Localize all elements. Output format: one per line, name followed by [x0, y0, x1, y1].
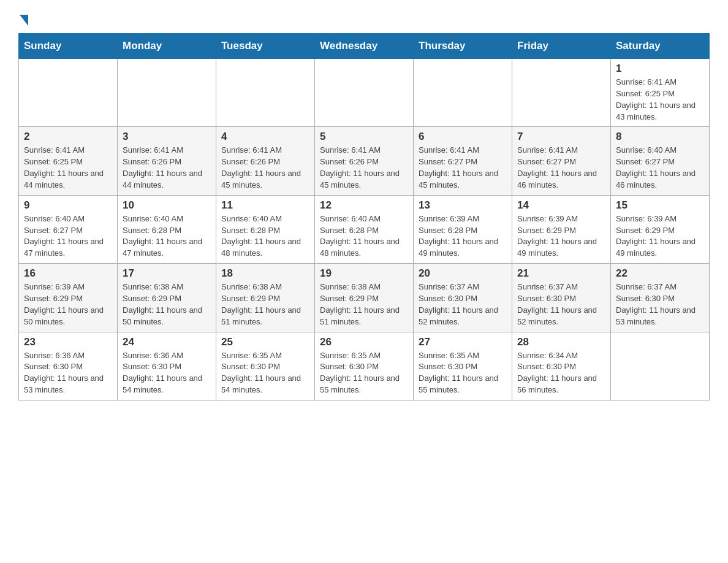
- day-info: Sunrise: 6:38 AMSunset: 6:29 PMDaylight:…: [221, 282, 309, 327]
- calendar-cell: 24Sunrise: 6:36 AMSunset: 6:30 PMDayligh…: [118, 332, 216, 400]
- calendar-cell: 7Sunrise: 6:41 AMSunset: 6:27 PMDaylight…: [512, 127, 611, 195]
- day-number: 15: [616, 199, 704, 212]
- calendar-cell: [611, 332, 710, 400]
- day-number: 8: [616, 131, 704, 143]
- day-info: Sunrise: 6:41 AMSunset: 6:27 PMDaylight:…: [419, 145, 507, 191]
- calendar-cell: [512, 59, 611, 127]
- calendar-cell: [19, 59, 118, 127]
- calendar-cell: 10Sunrise: 6:40 AMSunset: 6:28 PMDayligh…: [118, 195, 216, 263]
- day-number: 9: [24, 199, 112, 212]
- day-number: 2: [24, 131, 112, 143]
- day-number: 10: [123, 199, 211, 212]
- calendar-cell: 28Sunrise: 6:34 AMSunset: 6:30 PMDayligh…: [512, 332, 611, 400]
- day-info: Sunrise: 6:41 AMSunset: 6:26 PMDaylight:…: [123, 145, 211, 191]
- day-info: Sunrise: 6:41 AMSunset: 6:26 PMDaylight:…: [320, 145, 408, 191]
- day-info: Sunrise: 6:40 AMSunset: 6:28 PMDaylight:…: [123, 213, 211, 259]
- page-header: [18, 12, 710, 23]
- day-number: 7: [517, 131, 605, 143]
- day-info: Sunrise: 6:41 AMSunset: 6:25 PMDaylight:…: [24, 145, 112, 191]
- calendar-table: SundayMondayTuesdayWednesdayThursdayFrid…: [18, 33, 710, 400]
- calendar-cell: 5Sunrise: 6:41 AMSunset: 6:26 PMDaylight…: [315, 127, 414, 195]
- calendar-cell: 27Sunrise: 6:35 AMSunset: 6:30 PMDayligh…: [414, 332, 512, 400]
- calendar-cell: 21Sunrise: 6:37 AMSunset: 6:30 PMDayligh…: [512, 264, 611, 332]
- day-number: 11: [221, 199, 309, 212]
- day-info: Sunrise: 6:39 AMSunset: 6:29 PMDaylight:…: [517, 213, 605, 259]
- calendar-cell: 25Sunrise: 6:35 AMSunset: 6:30 PMDayligh…: [216, 332, 315, 400]
- day-number: 24: [123, 336, 211, 348]
- calendar-cell: 14Sunrise: 6:39 AMSunset: 6:29 PMDayligh…: [512, 195, 611, 263]
- calendar-week-row: 1Sunrise: 6:41 AMSunset: 6:25 PMDaylight…: [19, 59, 710, 127]
- calendar-cell: 19Sunrise: 6:38 AMSunset: 6:29 PMDayligh…: [315, 264, 414, 332]
- day-number: 27: [419, 336, 507, 348]
- day-number: 28: [517, 336, 605, 348]
- calendar-cell: 6Sunrise: 6:41 AMSunset: 6:27 PMDaylight…: [414, 127, 512, 195]
- calendar-week-row: 23Sunrise: 6:36 AMSunset: 6:30 PMDayligh…: [19, 332, 710, 400]
- day-info: Sunrise: 6:41 AMSunset: 6:25 PMDaylight:…: [616, 77, 704, 123]
- day-number: 4: [221, 131, 309, 143]
- day-number: 22: [616, 267, 704, 280]
- weekday-header-monday: Monday: [118, 34, 216, 59]
- calendar-cell: 12Sunrise: 6:40 AMSunset: 6:28 PMDayligh…: [315, 195, 414, 263]
- day-number: 1: [616, 63, 704, 75]
- day-number: 12: [320, 199, 408, 212]
- day-number: 13: [419, 199, 507, 212]
- day-info: Sunrise: 6:39 AMSunset: 6:29 PMDaylight:…: [616, 213, 704, 259]
- day-info: Sunrise: 6:37 AMSunset: 6:30 PMDaylight:…: [517, 282, 605, 327]
- calendar-cell: 23Sunrise: 6:36 AMSunset: 6:30 PMDayligh…: [19, 332, 118, 400]
- day-number: 6: [419, 131, 507, 143]
- weekday-header-saturday: Saturday: [611, 34, 710, 59]
- day-info: Sunrise: 6:36 AMSunset: 6:30 PMDaylight:…: [123, 350, 211, 396]
- calendar-cell: 1Sunrise: 6:41 AMSunset: 6:25 PMDaylight…: [611, 59, 710, 127]
- calendar-week-row: 2Sunrise: 6:41 AMSunset: 6:25 PMDaylight…: [19, 127, 710, 195]
- weekday-header-wednesday: Wednesday: [315, 34, 414, 59]
- day-info: Sunrise: 6:35 AMSunset: 6:30 PMDaylight:…: [320, 350, 408, 396]
- calendar-cell: 8Sunrise: 6:40 AMSunset: 6:27 PMDaylight…: [611, 127, 710, 195]
- weekday-header-row: SundayMondayTuesdayWednesdayThursdayFrid…: [19, 34, 710, 59]
- day-info: Sunrise: 6:40 AMSunset: 6:28 PMDaylight:…: [221, 213, 309, 259]
- calendar-cell: 16Sunrise: 6:39 AMSunset: 6:29 PMDayligh…: [19, 264, 118, 332]
- calendar-cell: 9Sunrise: 6:40 AMSunset: 6:27 PMDaylight…: [19, 195, 118, 263]
- day-info: Sunrise: 6:38 AMSunset: 6:29 PMDaylight:…: [320, 282, 408, 327]
- day-info: Sunrise: 6:38 AMSunset: 6:29 PMDaylight:…: [123, 282, 211, 327]
- day-number: 5: [320, 131, 408, 143]
- calendar-week-row: 16Sunrise: 6:39 AMSunset: 6:29 PMDayligh…: [19, 264, 710, 332]
- logo-arrow-icon: [20, 15, 28, 26]
- day-number: 3: [123, 131, 211, 143]
- calendar-cell: [315, 59, 414, 127]
- weekday-header-friday: Friday: [512, 34, 611, 59]
- day-info: Sunrise: 6:40 AMSunset: 6:27 PMDaylight:…: [616, 145, 704, 191]
- day-info: Sunrise: 6:34 AMSunset: 6:30 PMDaylight:…: [517, 350, 605, 396]
- calendar-cell: 15Sunrise: 6:39 AMSunset: 6:29 PMDayligh…: [611, 195, 710, 263]
- weekday-header-thursday: Thursday: [414, 34, 512, 59]
- day-info: Sunrise: 6:40 AMSunset: 6:28 PMDaylight:…: [320, 213, 408, 259]
- calendar-cell: 18Sunrise: 6:38 AMSunset: 6:29 PMDayligh…: [216, 264, 315, 332]
- calendar-week-row: 9Sunrise: 6:40 AMSunset: 6:27 PMDaylight…: [19, 195, 710, 263]
- calendar-cell: [118, 59, 216, 127]
- day-number: 20: [419, 267, 507, 280]
- calendar-cell: 20Sunrise: 6:37 AMSunset: 6:30 PMDayligh…: [414, 264, 512, 332]
- day-number: 21: [517, 267, 605, 280]
- day-info: Sunrise: 6:41 AMSunset: 6:26 PMDaylight:…: [221, 145, 309, 191]
- day-number: 26: [320, 336, 408, 348]
- calendar-cell: 3Sunrise: 6:41 AMSunset: 6:26 PMDaylight…: [118, 127, 216, 195]
- weekday-header-sunday: Sunday: [19, 34, 118, 59]
- day-info: Sunrise: 6:40 AMSunset: 6:27 PMDaylight:…: [24, 213, 112, 259]
- day-number: 23: [24, 336, 112, 348]
- day-info: Sunrise: 6:36 AMSunset: 6:30 PMDaylight:…: [24, 350, 112, 396]
- day-info: Sunrise: 6:37 AMSunset: 6:30 PMDaylight:…: [616, 282, 704, 327]
- day-info: Sunrise: 6:35 AMSunset: 6:30 PMDaylight:…: [419, 350, 507, 396]
- day-number: 19: [320, 267, 408, 280]
- day-info: Sunrise: 6:37 AMSunset: 6:30 PMDaylight:…: [419, 282, 507, 327]
- day-info: Sunrise: 6:39 AMSunset: 6:28 PMDaylight:…: [419, 213, 507, 259]
- calendar-cell: 2Sunrise: 6:41 AMSunset: 6:25 PMDaylight…: [19, 127, 118, 195]
- weekday-header-tuesday: Tuesday: [216, 34, 315, 59]
- day-number: 14: [517, 199, 605, 212]
- day-number: 16: [24, 267, 112, 280]
- day-info: Sunrise: 6:39 AMSunset: 6:29 PMDaylight:…: [24, 282, 112, 327]
- day-info: Sunrise: 6:41 AMSunset: 6:27 PMDaylight:…: [517, 145, 605, 191]
- calendar-cell: [414, 59, 512, 127]
- calendar-cell: 11Sunrise: 6:40 AMSunset: 6:28 PMDayligh…: [216, 195, 315, 263]
- calendar-cell: 13Sunrise: 6:39 AMSunset: 6:28 PMDayligh…: [414, 195, 512, 263]
- calendar-cell: 26Sunrise: 6:35 AMSunset: 6:30 PMDayligh…: [315, 332, 414, 400]
- calendar-cell: 17Sunrise: 6:38 AMSunset: 6:29 PMDayligh…: [118, 264, 216, 332]
